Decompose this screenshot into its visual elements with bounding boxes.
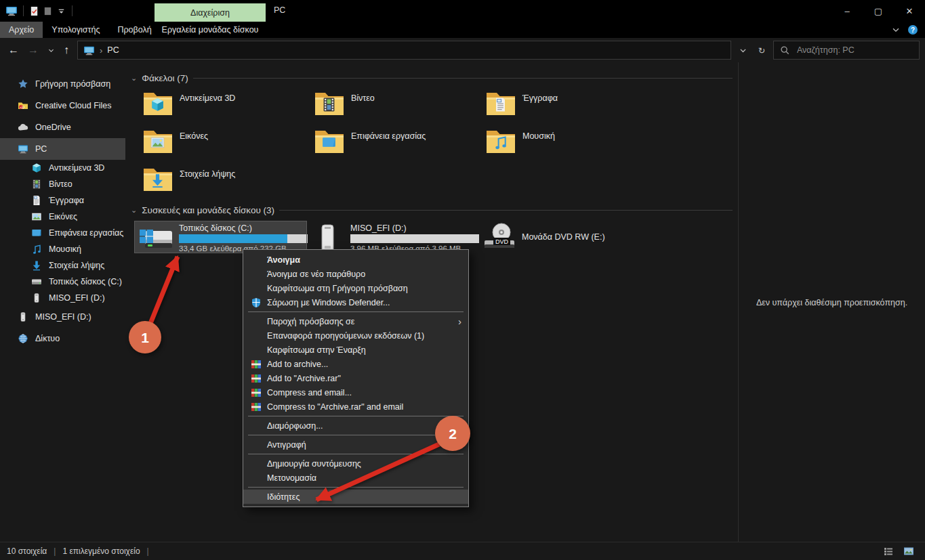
devices-section-header: ⌄ Συσκευές και μονάδες δίσκου (3) (131, 205, 733, 215)
tab-file[interactable]: Αρχείο (0, 22, 43, 38)
section-title[interactable]: Συσκευές και μονάδες δίσκου (3) (142, 205, 274, 215)
context-menu-item[interactable]: Άνοιγμα σε νέο παράθυρο (243, 267, 468, 281)
context-menu-item[interactable]: Compress and email... (243, 385, 468, 400)
status-bar: 10 στοιχεία|1 επιλεγμένο στοιχείο| (0, 542, 925, 560)
sidebar-item[interactable]: Creative Cloud Files (0, 95, 125, 116)
maximize-button[interactable]: ▢ (863, 0, 894, 22)
back-button[interactable]: ← (8, 45, 19, 56)
context-menu-item[interactable]: Ιδιότητες (243, 490, 468, 504)
sidebar-item[interactable]: Μουσική (0, 241, 125, 257)
address-dropdown-chevron-icon[interactable] (735, 41, 750, 59)
search-box[interactable] (773, 41, 920, 60)
sidebar-item[interactable]: Δίκτυο (0, 328, 125, 349)
folder-tile[interactable]: Στοιχεία λήψης (135, 165, 306, 203)
sidebar-item[interactable]: Αντικείμενα 3D (0, 160, 125, 176)
folder-icon (314, 127, 345, 154)
context-menu-item[interactable]: Add to archive... (243, 357, 468, 371)
search-input[interactable] (796, 45, 913, 56)
address-field[interactable]: › PC (77, 41, 731, 60)
drive-tile[interactable]: DVDΜονάδα DVD RW (E:) (478, 221, 649, 253)
drive-tile[interactable]: MISO_EFI (D:)3,96 MB ελεύθερα από 3,96 M… (306, 221, 478, 253)
collapse-chevron-icon[interactable]: ⌄ (131, 206, 137, 215)
context-menu-item[interactable]: Διαμόρφωση... (243, 418, 468, 433)
context-menu-item[interactable]: Αντιγραφή (243, 437, 468, 452)
menu-item-label: Διαμόρφωση... (267, 421, 461, 431)
film-icon (321, 97, 337, 112)
divider (279, 210, 733, 211)
context-menu-item[interactable]: Δημιουργία συντόμευσης (243, 456, 468, 471)
sidebar-item[interactable]: Εικόνες (0, 209, 125, 225)
tab-view[interactable]: Προβολή (108, 22, 160, 38)
recent-locations-chevron-icon[interactable] (47, 47, 55, 54)
collapse-chevron-icon[interactable]: ⌄ (131, 74, 137, 83)
menu-item-label: Δημιουργία συντόμευσης (267, 459, 461, 469)
menu-separator (248, 435, 464, 435)
refresh-icon[interactable]: ↻ (754, 41, 769, 59)
context-menu-item[interactable]: Add to "Archive.rar" (243, 371, 468, 385)
customize-toolbar-chevron-icon[interactable] (56, 6, 66, 16)
dvd-icon: DVD (482, 222, 517, 252)
tab-drive-tools[interactable]: Εργαλεία μονάδας δίσκου (155, 22, 266, 38)
section-title[interactable]: Φάκελοι (7) (142, 73, 188, 83)
context-menu-item[interactable]: Καρφίτσωμα στην Έναρξη (243, 343, 468, 357)
sidebar-item[interactable]: Τοπικός δίσκος (C:) (0, 274, 125, 290)
efi-drive-icon (31, 293, 42, 303)
status-segment: 10 στοιχεία (7, 546, 47, 556)
picture-icon (31, 211, 42, 222)
sidebar-item[interactable]: MISO_EFI (D:) (0, 306, 125, 328)
drive-tile[interactable]: Τοπικός δίσκος (C:)33,4 GB ελεύθερα από … (135, 221, 306, 253)
folder-tile[interactable]: Αντικείμενα 3D (135, 89, 306, 127)
folder-tile[interactable]: Βίντεο (306, 89, 478, 127)
close-button[interactable]: ✕ (894, 0, 925, 22)
folder-tile[interactable]: Επιφάνεια εργασίας (306, 127, 478, 165)
drive-info: Τοπικός δίσκος (C:)33,4 GB ελεύθερα από … (179, 223, 308, 253)
details-view-icon[interactable] (883, 546, 894, 557)
help-icon[interactable]: ? (907, 24, 918, 35)
folder-icon (314, 89, 345, 116)
sidebar-item[interactable]: Επιφάνεια εργασίας (0, 225, 125, 241)
contextual-tab-header[interactable]: Διαχείριση (155, 3, 266, 22)
cloud-icon (18, 122, 28, 133)
up-button[interactable]: ↑ (64, 45, 69, 56)
context-menu-item[interactable]: Παροχή πρόσβασης σε› (243, 314, 468, 328)
svg-text:DVD: DVD (495, 238, 509, 245)
sidebar-item[interactable]: OneDrive (0, 116, 125, 138)
context-menu-item[interactable]: Μετονομασία (243, 471, 468, 485)
sidebar-item[interactable]: Στοιχεία λήψης (0, 257, 125, 274)
divider (23, 5, 24, 16)
properties-icon[interactable] (29, 6, 39, 16)
folder-tile[interactable]: Εικόνες (135, 127, 306, 165)
monitor-icon (31, 228, 42, 238)
view-toggles (883, 546, 918, 557)
folder-icon (142, 89, 173, 116)
sidebar-item-label: Γρήγορη πρόσβαση (35, 79, 110, 89)
sidebar-item-label: Μουσική (49, 244, 81, 254)
computer-icon[interactable] (5, 5, 18, 17)
tab-computer[interactable]: Υπολογιστής (43, 22, 108, 38)
folder-icon (485, 89, 516, 116)
sidebar-item[interactable]: PC (0, 138, 125, 160)
sidebar-item[interactable]: Γρήγορη πρόσβαση (0, 73, 125, 95)
sidebar-item[interactable]: Έγγραφα (0, 192, 125, 209)
menu-item-label: Compress and email... (267, 388, 461, 397)
context-menu-item[interactable]: Σάρωση με Windows Defender... (243, 295, 468, 309)
forward-button[interactable]: → (28, 45, 39, 56)
folders-grid: Αντικείμενα 3DΒίντεοΈγγραφαΕικόνεςΕπιφάν… (135, 89, 649, 203)
folder-tile[interactable]: Έγγραφα (478, 89, 649, 127)
drive-label: Τοπικός δίσκος (C:) (179, 223, 308, 233)
minimize-button[interactable]: – (831, 0, 863, 22)
sidebar-item[interactable]: Βίντεο (0, 176, 125, 192)
breadcrumb[interactable]: PC (107, 45, 119, 55)
submenu-chevron-icon: › (458, 316, 461, 326)
navigation-buttons: ← → ↑ (0, 45, 77, 56)
sidebar-item[interactable]: MISO_EFI (D:) (0, 290, 125, 306)
context-menu-item[interactable]: Επαναφορά προηγούμενων εκδόσεων (1) (243, 328, 468, 343)
large-icons-view-icon[interactable] (903, 546, 914, 557)
new-folder-icon[interactable] (43, 6, 53, 16)
expand-ribbon-chevron-icon[interactable] (891, 25, 901, 35)
context-menu-item[interactable]: Καρφίτσωμα στη Γρήγορη πρόσβαση (243, 281, 468, 295)
context-menu-item[interactable]: Compress to "Archive.rar" and email (243, 400, 468, 414)
folder-tile[interactable]: Μουσική (478, 127, 649, 165)
divider (72, 5, 73, 16)
context-menu-item[interactable]: Άνοιγμα (243, 253, 468, 267)
